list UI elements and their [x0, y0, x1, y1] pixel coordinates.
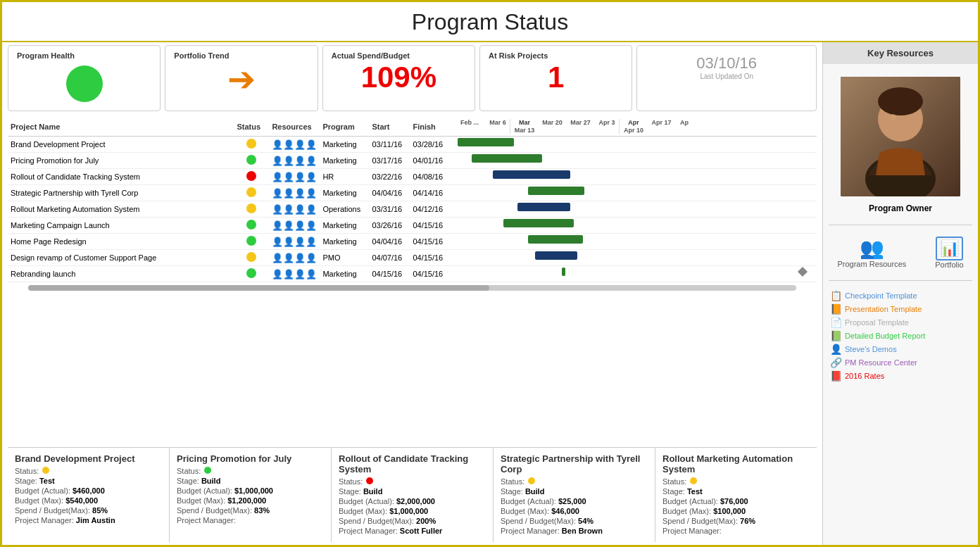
project-finish: 03/28/16 — [410, 137, 451, 153]
bc-pm: Project Manager: Ben Brown — [501, 527, 648, 535]
project-program: Marketing — [320, 218, 369, 234]
bc-pm: Project Manager: Scott Fuller — [339, 527, 486, 535]
kpi-health-label: Program Health — [17, 51, 151, 60]
bc-budget-max: Budget (Max): $100,000 — [662, 507, 810, 515]
bc-pm: Project Manager: — [662, 527, 810, 535]
divider-1 — [829, 225, 972, 225]
bc-status: Status: — [339, 477, 486, 486]
project-name: Rollout Marketing Automation System — [8, 201, 234, 218]
health-dot — [66, 65, 103, 102]
link-icon: 👤 — [830, 344, 842, 355]
link-icon: 📄 — [830, 317, 842, 328]
bottom-card: Pricing Promotion for July Status: Stage… — [170, 448, 332, 542]
resource-portfolio[interactable]: 📊 Portfolio — [931, 232, 967, 273]
owner-photo — [841, 77, 960, 196]
bc-pm: Project Manager: Jim Austin — [15, 516, 162, 524]
risk-value: 1 — [489, 63, 623, 92]
project-resources: 👤👤👤👤 — [269, 234, 320, 250]
link-item[interactable]: 👤 Steve's Demos — [830, 344, 971, 355]
project-program: Marketing — [320, 137, 369, 153]
bc-spend-budget: Spend / Budget(Max): 54% — [501, 517, 648, 525]
project-resources: 👤👤👤👤 — [269, 169, 320, 185]
date-value: 03/10/16 — [646, 54, 808, 73]
project-gantt — [451, 250, 817, 266]
col-project-name: Project Name — [8, 117, 234, 137]
portfolio-icon: 📊 — [936, 237, 963, 260]
project-gantt — [451, 153, 817, 169]
link-item[interactable]: 📕 2016 Rates — [830, 370, 971, 382]
bc-status: Status: — [177, 467, 324, 475]
project-table-container: Project Name Status Resources Program St… — [8, 117, 817, 447]
link-icon: 📙 — [830, 303, 842, 315]
project-name: Pricing Promotion for July — [8, 153, 234, 169]
project-resources: 👤👤👤👤 — [269, 201, 320, 218]
link-icon: 🔗 — [830, 357, 842, 368]
link-label: Steve's Demos — [845, 345, 897, 353]
project-name: Brand Development Project — [8, 137, 234, 153]
project-status — [234, 137, 269, 153]
bottom-card: Rollout Marketing Automation System Stat… — [655, 448, 817, 542]
link-icon: 📗 — [830, 330, 842, 341]
svg-point-5 — [891, 114, 896, 121]
bc-stage: Stage: Build — [501, 487, 648, 496]
project-status — [234, 234, 269, 250]
project-name: Design revamp of Customer Support Page — [8, 250, 234, 266]
bc-budget-actual: Budget (Actual): $2,000,000 — [339, 497, 486, 505]
project-finish: 04/01/16 — [410, 153, 451, 169]
bottom-cards: Brand Development Project Status: Stage:… — [8, 447, 817, 542]
project-resources: 👤👤👤👤 — [269, 266, 320, 282]
project-start: 03/22/16 — [369, 169, 410, 185]
bottom-card: Strategic Partnership with Tyrell Corp S… — [494, 448, 655, 542]
resource-program[interactable]: 👥 Program Resources — [833, 232, 910, 273]
bc-status: Status: — [662, 477, 810, 486]
kpi-spend-budget: Actual Spend/Budget 109% — [322, 45, 475, 111]
portfolio-label: Portfolio — [935, 260, 963, 269]
project-gantt — [451, 185, 817, 201]
project-name: Rebranding launch — [8, 266, 234, 282]
project-program: HR — [320, 169, 369, 185]
project-finish: 04/08/16 — [410, 169, 451, 185]
project-gantt — [451, 218, 817, 234]
bottom-card: Rollout of Candidate Tracking System Sta… — [332, 448, 494, 542]
link-item[interactable]: 📄 Proposal Template — [830, 317, 971, 328]
col-status: Status — [234, 117, 269, 137]
project-gantt — [451, 201, 817, 218]
link-icon: 📋 — [830, 290, 842, 301]
project-name: Rollout of Candidate Tracking System — [8, 169, 234, 185]
divider-2 — [829, 280, 972, 281]
link-label: Detailed Budget Report — [845, 332, 925, 340]
kpi-portfolio-trend: Portfolio Trend ➔ — [165, 45, 318, 111]
bc-status: Status: — [15, 467, 162, 475]
kpi-date: 03/10/16 Last Updated On — [636, 45, 817, 111]
project-status — [234, 185, 269, 201]
page-title: Program Status — [2, 2, 978, 41]
project-start: 03/17/16 — [369, 153, 410, 169]
right-panel-title: Key Resources — [823, 42, 978, 64]
project-finish: 04/15/16 — [410, 266, 451, 282]
project-start: 04/04/16 — [369, 234, 410, 250]
link-item[interactable]: 📙 Presentation Template — [830, 303, 971, 315]
link-item[interactable]: 🔗 PM Resource Center — [830, 357, 971, 368]
project-program: Marketing — [320, 153, 369, 169]
app-container: Program Status Program Health Portfolio … — [0, 0, 980, 547]
bc-budget-max: Budget (Max): $1,000,000 — [339, 507, 486, 515]
link-icon: 📕 — [830, 370, 842, 382]
project-finish: 04/12/16 — [410, 201, 451, 218]
project-finish: 04/14/16 — [410, 185, 451, 201]
project-status — [234, 153, 269, 169]
col-start: Start — [369, 117, 410, 137]
project-resources: 👤👤👤👤 — [269, 250, 320, 266]
bc-title: Brand Development Project — [15, 453, 162, 464]
link-item[interactable]: 📗 Detailed Budget Report — [830, 330, 971, 341]
col-resources: Resources — [269, 117, 320, 137]
link-label: 2016 Rates — [845, 372, 884, 380]
bc-spend-budget: Spend / Budget(Max): 83% — [177, 506, 324, 515]
project-gantt — [451, 266, 817, 282]
project-finish: 04/15/16 — [410, 250, 451, 266]
project-program: Marketing — [320, 266, 369, 282]
link-item[interactable]: 📋 Checkpoint Template — [830, 290, 971, 301]
bc-budget-actual: Budget (Actual): $1,000,000 — [177, 486, 324, 495]
header: Program Status — [2, 2, 978, 42]
col-program: Program — [320, 117, 369, 137]
project-start: 03/31/16 — [369, 201, 410, 218]
